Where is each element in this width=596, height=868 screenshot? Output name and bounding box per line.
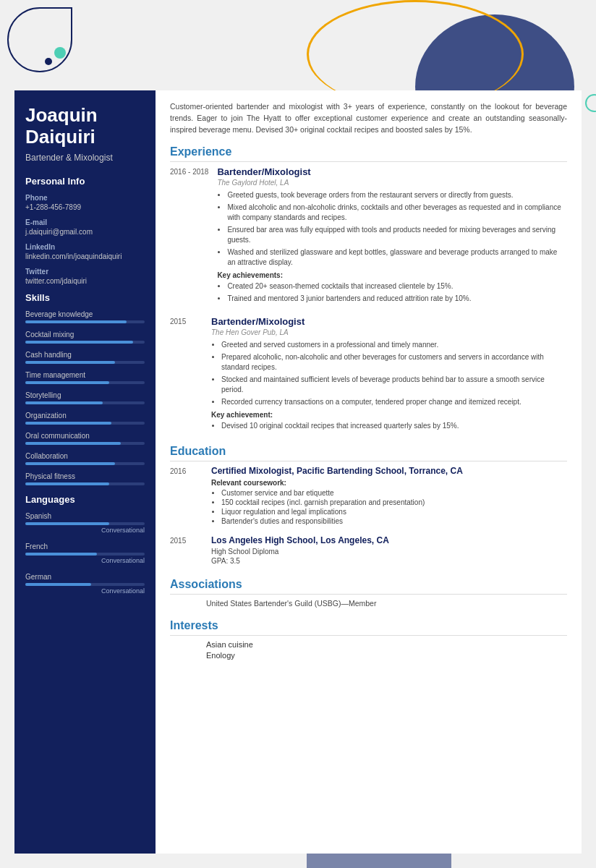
- experience-date: 2016 - 2018: [170, 166, 208, 306]
- skill-bar-fill: [25, 442, 121, 445]
- experience-date: 2015: [170, 316, 203, 433]
- skill-name: Organization: [25, 412, 145, 420]
- experience-bullet: Stocked and maintained sufficient levels…: [221, 375, 567, 395]
- language-name: French: [25, 542, 145, 550]
- skills-heading: Skills: [25, 292, 145, 303]
- experience-heading: Experience: [170, 145, 567, 162]
- language-bar-background: [25, 553, 145, 556]
- skill-name: Collaboration: [25, 452, 145, 460]
- skill-bar-background: [25, 422, 145, 425]
- education-title: Los Angeles High School, Los Angeles, CA: [211, 535, 567, 545]
- skill-name: Beverage knowledge: [25, 310, 145, 318]
- language-bar-fill: [25, 522, 109, 525]
- experience-bullet: Greeted guests, took beverage orders fro…: [227, 190, 567, 200]
- skill-bar-fill: [25, 320, 127, 323]
- experience-bullets: Greeted and served customers in a profes…: [211, 340, 567, 407]
- skill-bar-fill: [25, 341, 133, 344]
- association-item: United States Bartender's Guild (USBG)—M…: [170, 599, 567, 608]
- education-title: Certified Mixologist, Pacific Bartending…: [211, 466, 567, 476]
- experience-company: The Gaylord Hotel, LA: [217, 179, 567, 187]
- skill-item: Oral communication: [25, 432, 145, 445]
- language-item: French Conversational: [25, 542, 145, 564]
- experience-title: Bartender/Mixologist: [211, 316, 567, 327]
- skill-item: Cocktail mixing: [25, 331, 145, 344]
- interest-item: Asian cuisine: [170, 640, 567, 649]
- education-content: Los Angeles High School, Los Angeles, CA…: [211, 535, 567, 566]
- email-label: E-mail: [25, 218, 145, 226]
- experience-bullet: Recorded currency transactions on a comp…: [221, 397, 567, 407]
- experience-title: Bartender/Mixologist: [217, 166, 567, 177]
- experience-item: 2015 Bartender/Mixologist The Hen Gover …: [170, 316, 567, 433]
- skill-bar-fill: [25, 462, 115, 465]
- interest-item: Enology: [170, 651, 567, 660]
- skill-item: Cash handling: [25, 351, 145, 364]
- language-level: Conversational: [25, 587, 145, 595]
- skill-name: Physical fitness: [25, 472, 145, 480]
- skill-item: Beverage knowledge: [25, 310, 145, 323]
- resume-page: Joaquin Daiquiri Bartender & Mixologist …: [0, 0, 596, 868]
- skill-name: Cocktail mixing: [25, 331, 145, 339]
- skill-bar-fill: [25, 401, 103, 404]
- associations-list: United States Bartender's Guild (USBG)—M…: [170, 599, 567, 608]
- experience-bullets: Greeted guests, took beverage orders fro…: [217, 190, 567, 268]
- experience-item: 2016 - 2018 Bartender/Mixologist The Gay…: [170, 166, 567, 306]
- language-name: Spanish: [25, 512, 145, 520]
- key-achievements-label: Key achievements:: [217, 271, 567, 279]
- twitter-label: Twitter: [25, 268, 145, 276]
- linkedin-value: linkedin.com/in/joaquindaiquiri: [25, 252, 145, 260]
- associations-section: Associations United States Bartender's G…: [170, 578, 567, 608]
- experience-content: Bartender/Mixologist The Gaylord Hotel, …: [217, 166, 567, 306]
- skill-bar-fill: [25, 381, 109, 384]
- skill-bar-background: [25, 401, 145, 404]
- education-item: 2016 Certified Mixologist, Pacific Barte…: [170, 466, 567, 527]
- education-list: 2016 Certified Mixologist, Pacific Barte…: [170, 466, 567, 566]
- skill-bar-background: [25, 341, 145, 344]
- education-date: 2015: [170, 535, 203, 566]
- skill-bar-background: [25, 361, 145, 364]
- skill-name: Oral communication: [25, 432, 145, 440]
- achievements-bullets: Devised 10 original cocktail recipes tha…: [211, 421, 567, 431]
- sidebar: Joaquin Daiquiri Bartender & Mixologist …: [14, 90, 156, 854]
- language-bar-fill: [25, 583, 91, 586]
- achievement-bullet: Devised 10 original cocktail recipes tha…: [221, 421, 567, 431]
- experience-bullet: Mixed alcoholic and non-alcoholic drinks…: [227, 203, 567, 223]
- skill-bar-fill: [25, 482, 109, 485]
- language-level: Conversational: [25, 527, 145, 534]
- language-name: German: [25, 573, 145, 581]
- experience-company: The Hen Gover Pub, LA: [211, 328, 567, 336]
- gpa: GPA: 3.5: [211, 557, 567, 565]
- skill-bar-background: [25, 482, 145, 485]
- experience-bullet: Greeted and served customers in a profes…: [221, 340, 567, 350]
- education-date: 2016: [170, 466, 203, 527]
- achievement-bullet: Trained and mentored 3 junior bartenders…: [227, 294, 567, 304]
- education-content: Certified Mixologist, Pacific Bartending…: [211, 466, 567, 527]
- experience-bullet: Prepared alcoholic, non-alcoholic and ot…: [221, 352, 567, 373]
- language-item: German Conversational: [25, 573, 145, 595]
- skill-item: Physical fitness: [25, 472, 145, 485]
- coursework-bullet: Bartender's duties and responsibilities: [221, 517, 567, 525]
- interests-section: Interests Asian cuisineEnology: [170, 619, 567, 660]
- languages-list: Spanish Conversational French Conversati…: [25, 512, 145, 595]
- main-content: Customer-oriented bartender and mixologi…: [156, 90, 582, 854]
- skill-bar-fill: [25, 361, 115, 364]
- email-value: j.daiquiri@gmail.com: [25, 228, 145, 236]
- achievement-bullet: Created 20+ season-themed cocktails that…: [227, 281, 567, 292]
- associations-heading: Associations: [170, 578, 567, 595]
- coursework-bullet: Customer service and bar etiquette: [221, 489, 567, 497]
- interests-heading: Interests: [170, 619, 567, 636]
- skills-list: Beverage knowledge Cocktail mixing Cash …: [25, 310, 145, 485]
- skill-bar-background: [25, 320, 145, 323]
- experience-section: Experience 2016 - 2018 Bartender/Mixolog…: [170, 145, 567, 433]
- summary-text: Customer-oriented bartender and mixologi…: [170, 101, 567, 135]
- candidate-title: Bartender & Mixologist: [25, 153, 145, 163]
- phone-value: +1-288-456-7899: [25, 203, 145, 211]
- skill-name: Time management: [25, 371, 145, 379]
- skill-bar-background: [25, 442, 145, 445]
- linkedin-label: LinkedIn: [25, 243, 145, 251]
- candidate-name: Joaquin Daiquiri: [25, 105, 145, 148]
- education-item: 2015 Los Angeles High School, Los Angele…: [170, 535, 567, 566]
- skill-bar-background: [25, 381, 145, 384]
- key-achievements-label: Key achievement:: [211, 411, 567, 419]
- personal-info-heading: Personal Info: [25, 176, 145, 187]
- coursework-bullet: Liquor regulation and legal implications: [221, 508, 567, 516]
